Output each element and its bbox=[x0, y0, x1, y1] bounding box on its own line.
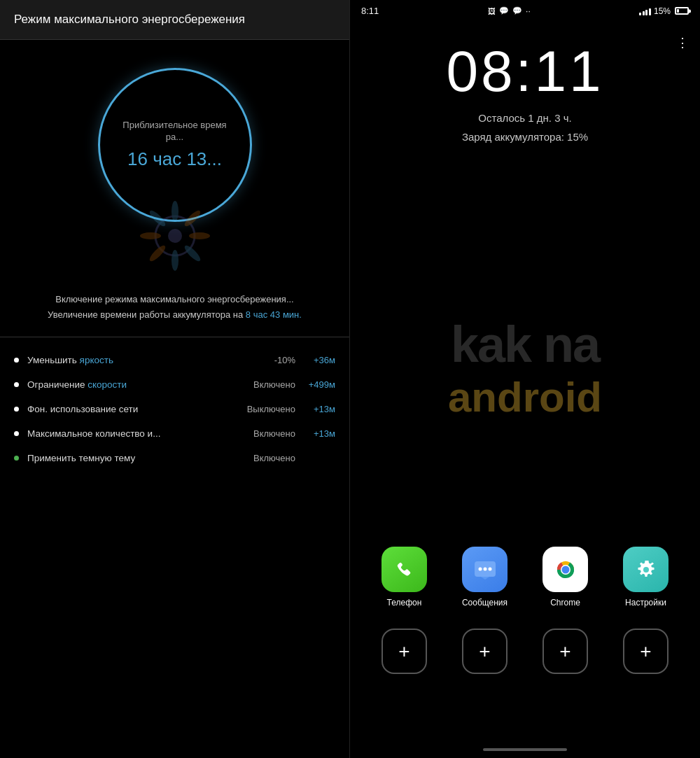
battery-info: Осталось 1 дн. 3 ч. Заряд аккумулятора: … bbox=[364, 108, 686, 146]
item-status: Включено bbox=[253, 428, 295, 439]
right-panel: kak na android 8:11 🖼 💬 💬 ·· 15% ⋮ bbox=[350, 0, 700, 758]
left-panel: Режим максимального энергосбережения При… bbox=[0, 0, 350, 758]
menu-dots-button[interactable]: ⋮ bbox=[676, 35, 689, 50]
settings-app-icon[interactable] bbox=[623, 547, 668, 592]
item-gain: +36м bbox=[304, 355, 335, 365]
svg-point-22 bbox=[643, 567, 649, 573]
list-item: Уменьшить яркость -10% +36м bbox=[14, 348, 335, 372]
item-status: Включено bbox=[253, 453, 295, 463]
item-label: Применить темную тему bbox=[27, 453, 253, 463]
item-label: Ограничение скорости bbox=[27, 379, 253, 390]
messages-icon bbox=[471, 556, 499, 584]
bullet-dot bbox=[14, 382, 19, 387]
notification-icon-1: 🖼 bbox=[488, 7, 496, 15]
item-gain: +499м bbox=[304, 379, 335, 390]
apps-area: Телефон Сообщения bbox=[350, 547, 700, 674]
svg-point-2 bbox=[172, 201, 178, 222]
plus-icon-3: + bbox=[559, 642, 570, 661]
status-bar: 8:11 🖼 💬 💬 ·· 15% bbox=[350, 0, 700, 22]
circle-label: Приблизительное время ра... bbox=[100, 120, 250, 143]
plus-icon-2: + bbox=[479, 642, 490, 661]
peacock-watermark bbox=[133, 194, 217, 278]
list-item: Фон. использование сети Выключено +13м bbox=[14, 397, 335, 421]
left-header: Режим максимального энергосбережения bbox=[0, 0, 349, 40]
list-item: Ограничение скорости Включено +499м bbox=[14, 372, 335, 397]
watermark: kak na android bbox=[448, 316, 602, 421]
item-status: Выключено bbox=[247, 404, 295, 414]
list-item: Максимальное количество и... Включено +1… bbox=[14, 421, 335, 446]
app-item-settings[interactable]: Настройки bbox=[615, 547, 678, 608]
item-label: Максимальное количество и... bbox=[27, 428, 253, 439]
app-item-phone[interactable]: Телефон bbox=[373, 547, 436, 608]
svg-point-14 bbox=[483, 567, 486, 570]
battery-percent: 15% bbox=[654, 6, 671, 16]
messages-app-label: Сообщения bbox=[462, 598, 507, 608]
list-item: Применить темную тему Включено bbox=[14, 446, 335, 470]
nav-bar bbox=[350, 748, 700, 751]
add-app-button-3[interactable]: + bbox=[542, 629, 588, 674]
add-app-button-2[interactable]: + bbox=[462, 629, 507, 674]
notification-icon-3: 💬 bbox=[512, 6, 522, 15]
item-label: Уменьшить яркость bbox=[27, 355, 274, 365]
signal-icon bbox=[639, 7, 651, 15]
svg-point-3 bbox=[172, 250, 178, 271]
app-item-chrome[interactable]: Chrome bbox=[534, 547, 597, 608]
phone-app-label: Телефон bbox=[387, 598, 422, 608]
add-buttons-row: + + + + bbox=[350, 629, 700, 674]
notification-dots: ·· bbox=[526, 6, 531, 16]
settings-list: Уменьшить яркость -10% +36м Ограничение … bbox=[0, 337, 349, 481]
svg-point-15 bbox=[488, 567, 491, 570]
info-text: Включение режима максимального энергосбе… bbox=[0, 285, 349, 337]
plus-icon-4: + bbox=[640, 642, 651, 661]
main-clock: 08:11 bbox=[364, 43, 686, 100]
svg-point-10 bbox=[391, 556, 419, 584]
app-row-main: Телефон Сообщения bbox=[350, 547, 700, 608]
bullet-dot bbox=[14, 407, 19, 412]
chrome-icon bbox=[552, 556, 580, 584]
add-app-button-4[interactable]: + bbox=[623, 629, 668, 674]
green-dot bbox=[14, 456, 19, 461]
svg-point-13 bbox=[478, 567, 482, 570]
chrome-app-label: Chrome bbox=[550, 598, 580, 608]
svg-point-5 bbox=[189, 232, 210, 239]
status-icons: 🖼 💬 💬 ·· bbox=[488, 6, 531, 16]
phone-icon bbox=[391, 556, 419, 584]
svg-point-4 bbox=[140, 232, 161, 239]
bullet-dot bbox=[14, 358, 19, 363]
status-right-icons: 15% bbox=[639, 6, 689, 16]
svg-point-20 bbox=[561, 566, 569, 573]
plus-icon-1: + bbox=[398, 642, 410, 661]
clock-area: 08:11 Осталось 1 дн. 3 ч. Заряд аккумуля… bbox=[350, 22, 700, 157]
phone-app-icon[interactable] bbox=[382, 547, 427, 592]
bullet-dot bbox=[14, 431, 19, 436]
nav-indicator bbox=[483, 748, 567, 751]
svg-point-1 bbox=[168, 229, 182, 243]
status-time: 8:11 bbox=[361, 6, 379, 16]
circle-time: 16 час 13... bbox=[127, 148, 222, 170]
chrome-app-icon[interactable] bbox=[542, 547, 588, 592]
item-status: -10% bbox=[274, 355, 295, 365]
app-item-messages[interactable]: Сообщения bbox=[454, 547, 517, 608]
item-gain: +13м bbox=[304, 428, 335, 439]
battery-icon bbox=[675, 7, 689, 15]
notification-icon-2: 💬 bbox=[499, 6, 509, 15]
gear-icon bbox=[632, 556, 660, 584]
messages-app-icon[interactable] bbox=[462, 547, 507, 592]
page-title: Режим максимального энергосбережения bbox=[14, 13, 335, 27]
settings-app-label: Настройки bbox=[625, 598, 666, 608]
item-status: Включено bbox=[253, 379, 295, 390]
add-app-button-1[interactable]: + bbox=[382, 629, 427, 674]
item-gain: +13м bbox=[304, 404, 335, 414]
item-label: Фон. использование сети bbox=[27, 404, 247, 414]
